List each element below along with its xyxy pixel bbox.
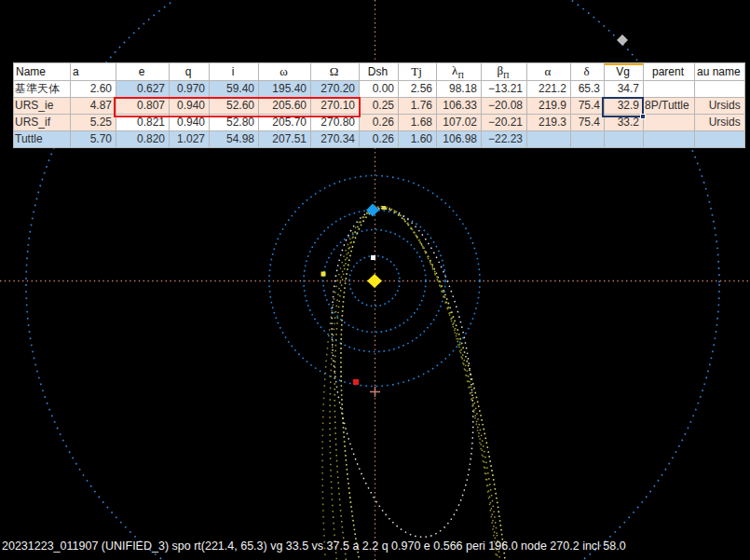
sun-marker (367, 274, 382, 288)
col-header-parent[interactable]: parent (644, 63, 695, 81)
table-header-row: Name a e q i ω Ω Dsh Tj λΠ βΠ α δ Vg par… (14, 63, 745, 81)
col-header-au-name[interactable]: au name (695, 63, 745, 81)
col-header-q[interactable]: q (170, 63, 210, 81)
cell-name[interactable]: URS_if (14, 114, 71, 130)
col-header-tj[interactable]: Tj (399, 63, 437, 81)
col-header-omega-lower[interactable]: ω (259, 63, 311, 81)
perihelion-dot (382, 206, 386, 210)
col-header-i[interactable]: i (210, 63, 259, 81)
meteor-orbit-urs-if (300, 198, 536, 560)
col-header-beta-pi[interactable]: βΠ (482, 63, 527, 81)
col-header-omega-upper[interactable]: Ω (311, 63, 360, 81)
col-header-name[interactable]: Name (14, 63, 71, 81)
earth-marker (366, 204, 379, 217)
table-row-tuttle: Tuttle 5.70 0.820 1.027 54.98 207.51 270… (14, 130, 745, 147)
col-header-delta[interactable]: δ (571, 63, 605, 81)
selection-fill-handle[interactable] (640, 114, 646, 119)
cell-name[interactable]: 基準天体 (14, 80, 71, 97)
col-header-vg[interactable]: Vg (605, 63, 644, 81)
cell-name[interactable]: URS_ie (14, 97, 71, 114)
table-row-reference-body: 基準天体 2.60 0.627 0.970 59.40 195.40 270.2… (14, 80, 745, 97)
active-cell-selection-box[interactable] (602, 97, 644, 117)
col-header-alpha[interactable]: α (527, 63, 571, 81)
col-header-a[interactable]: a (71, 63, 116, 81)
status-bar: 20231223_011907 (UNIFIED_3) spo rt(221.4… (2, 540, 747, 553)
col-header-e[interactable]: e (116, 63, 170, 81)
venus-marker (321, 272, 326, 277)
cell-name[interactable]: Tuttle (14, 130, 71, 147)
meteor-orbit-tuttle (294, 199, 535, 560)
mars-marker (353, 379, 359, 385)
meteor-orbit-bright (308, 198, 546, 560)
col-header-lambda-pi[interactable]: λΠ (437, 63, 482, 81)
mercury-marker (371, 255, 375, 260)
axis-tick-cross (370, 387, 380, 397)
col-header-dsh[interactable]: Dsh (360, 63, 399, 81)
meteor-orbit-urs-ie (304, 198, 539, 560)
jupiter-marker (617, 34, 628, 46)
